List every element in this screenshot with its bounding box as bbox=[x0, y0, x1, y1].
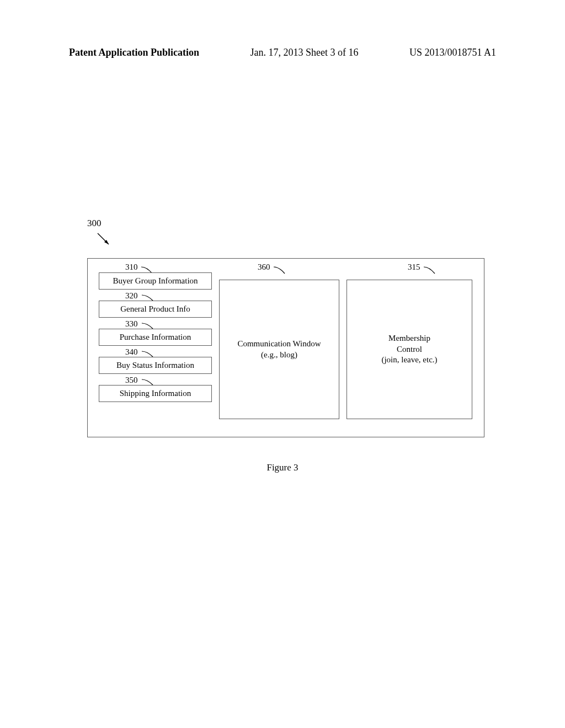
ref-350-wrap: 350 bbox=[99, 374, 212, 385]
box-330: Purchase Information bbox=[99, 329, 212, 346]
box-320: General Product Info bbox=[99, 301, 212, 318]
box-315-line2: Control bbox=[397, 344, 422, 355]
box-310-label: Buyer Group Information bbox=[113, 276, 198, 285]
arrow-300 bbox=[95, 231, 117, 253]
figure-caption: Figure 3 bbox=[0, 462, 565, 473]
header-left: Patent Application Publication bbox=[69, 47, 199, 58]
outer-container: 310 360 315 Buyer Group Information 320 … bbox=[87, 258, 484, 437]
ref-310: 310 bbox=[125, 263, 138, 272]
box-340: Buy Status Information bbox=[99, 357, 212, 374]
ref-330-wrap: 330 bbox=[99, 318, 212, 329]
ref-360: 360 bbox=[258, 263, 270, 272]
box-330-label: Purchase Information bbox=[120, 333, 191, 341]
box-315: Membership Control (join, leave, etc.) bbox=[347, 280, 472, 419]
box-320-label: General Product Info bbox=[120, 304, 190, 313]
page-header: Patent Application Publication Jan. 17, … bbox=[0, 47, 565, 58]
ref-320: 320 bbox=[125, 291, 138, 300]
ref-350: 350 bbox=[125, 376, 138, 384]
ref-320-wrap: 320 bbox=[99, 290, 212, 301]
arrow-315 bbox=[423, 266, 445, 277]
box-350: Shipping Information bbox=[99, 385, 212, 402]
box-350-label: Shipping Information bbox=[120, 389, 191, 398]
header-center: Jan. 17, 2013 Sheet 3 of 16 bbox=[250, 47, 359, 58]
box-315-line1: Membership bbox=[388, 333, 430, 344]
ref-340-wrap: 340 bbox=[99, 346, 212, 357]
ref-315: 315 bbox=[408, 263, 420, 272]
arrow-360 bbox=[273, 266, 295, 277]
box-360: Communication Window (e.g., blog) bbox=[219, 280, 339, 419]
box-310: Buyer Group Information bbox=[99, 272, 212, 290]
ref-300: 300 bbox=[87, 218, 102, 229]
header-right: US 2013/0018751 A1 bbox=[409, 47, 496, 58]
ref-340: 340 bbox=[125, 347, 138, 356]
box-315-line3: (join, leave, etc.) bbox=[381, 355, 437, 366]
ref-330: 330 bbox=[125, 319, 138, 328]
box-360-line1: Communication Window bbox=[237, 339, 321, 350]
box-340-label: Buy Status Information bbox=[116, 361, 194, 370]
left-column: Buyer Group Information 320 General Prod… bbox=[99, 272, 212, 402]
box-360-line2: (e.g., blog) bbox=[261, 350, 297, 361]
